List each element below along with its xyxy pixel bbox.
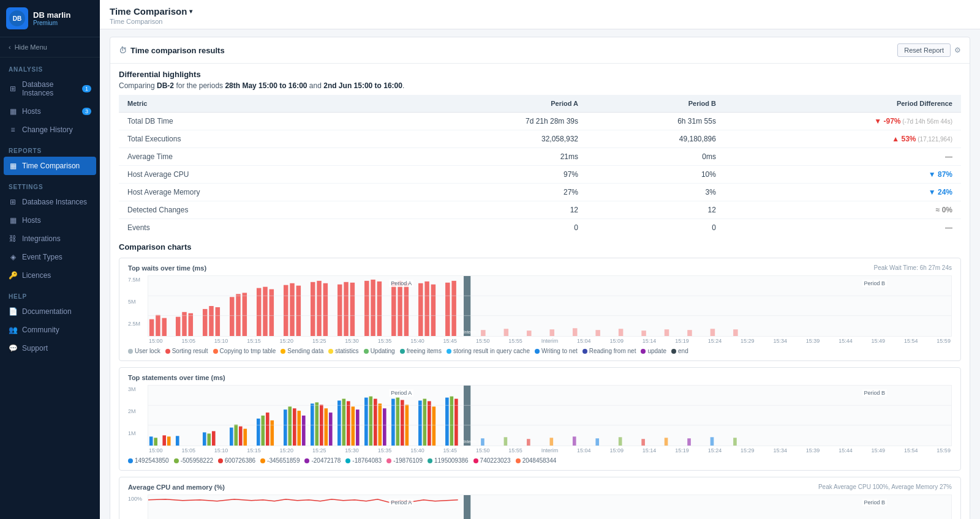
sidebar-item-documentation[interactable]: 📄 Documentation (0, 302, 100, 321)
period-b-value: 10% (587, 166, 725, 184)
svg-rect-55 (162, 435, 166, 446)
svg-rect-54 (154, 438, 157, 446)
svg-rect-47 (665, 329, 669, 336)
svg-rect-81 (347, 401, 350, 446)
svg-rect-67 (266, 413, 270, 446)
help-section-label: HELP (0, 285, 100, 302)
svg-rect-94 (423, 399, 427, 446)
page-breadcrumb: Time Comparison (110, 18, 970, 25)
svg-rect-72 (297, 411, 301, 446)
sidebar-item-change-history[interactable]: ≡ Change History (0, 121, 100, 139)
svg-rect-39 (481, 330, 485, 336)
svg-rect-56 (167, 436, 171, 446)
sidebar-item-label: Licences (22, 271, 51, 280)
statements-legend: 1492543850-505958222600726386-345651859-… (128, 457, 952, 464)
sidebar-item-licences[interactable]: 🔑 Licences (0, 266, 100, 285)
sidebar-item-community[interactable]: 👥 Community (0, 321, 100, 339)
svg-rect-26 (364, 281, 369, 336)
period-b-value: 49,180,896 (587, 130, 725, 148)
logo-sub: Premium (33, 20, 70, 26)
svg-rect-93 (418, 401, 422, 446)
statements-chart-container: Top statements over time (ms) 3M2M1M Per… (119, 367, 961, 471)
svg-rect-23 (337, 285, 342, 336)
charts-section: Comparison charts Top waits over time (m… (110, 236, 970, 519)
svg-rect-90 (396, 398, 400, 446)
period-b-value: 0 (587, 219, 725, 237)
sidebar-item-support[interactable]: 💬 Support (0, 339, 100, 357)
legend-item: Copying to tmp table (213, 348, 276, 354)
legend-item: -18764083 (345, 457, 382, 464)
svg-rect-34 (431, 285, 435, 336)
svg-rect-73 (302, 416, 306, 446)
waits-y-labels: 7.5M5M2.5M (128, 275, 140, 344)
svg-rect-9 (209, 306, 213, 336)
results-panel-title: Time comparison results (130, 46, 225, 55)
period-a-label: Period A (389, 280, 413, 287)
svg-rect-107 (595, 438, 599, 446)
hide-menu-button[interactable]: ‹ Hide Menu (0, 37, 100, 58)
svg-rect-95 (428, 401, 431, 446)
svg-rect-44 (595, 330, 600, 336)
period-diff-value: ▼ -97% (-7d 14h 56m 44s) (725, 113, 961, 130)
hosts-badge: 3 (82, 108, 91, 115)
period-a-value: 12 (413, 201, 587, 219)
period-b-label: Period B (862, 280, 888, 287)
support-icon: 💬 (9, 344, 17, 353)
svg-rect-31 (404, 283, 409, 336)
database-icon: ⊞ (9, 84, 17, 93)
statements-y-labels: 3M2M1M (128, 385, 136, 454)
svg-rect-89 (391, 399, 395, 446)
waits-chart-container: Top waits over time (ms) Peak Wait Time:… (119, 258, 961, 361)
svg-rect-32 (418, 283, 423, 336)
page-content: ⏱ Time comparison results Reset Report ⚙… (100, 29, 980, 519)
sidebar-item-db-instances-settings[interactable]: ⊞ Database Instances (0, 193, 100, 211)
svg-rect-10 (216, 307, 220, 336)
svg-rect-42 (550, 329, 554, 336)
logo-text: DB marlin (33, 10, 70, 20)
legend-item: storing result in query cache (447, 348, 530, 354)
sidebar-item-integrations[interactable]: ⛓ Integrations (0, 230, 100, 248)
metric-name: Average Time (119, 148, 413, 166)
svg-rect-27 (371, 280, 375, 336)
legend-item: -505958222 (174, 457, 213, 464)
sidebar-item-label: Hosts (22, 107, 41, 116)
svg-rect-43 (573, 328, 577, 336)
svg-rect-66 (261, 416, 265, 446)
legend-item: -19876109 (386, 457, 423, 464)
svg-rect-77 (324, 408, 328, 446)
svg-rect-58 (203, 432, 206, 446)
sidebar-item-event-types[interactable]: ◈ Event Types (0, 248, 100, 266)
sidebar-item-database-instances[interactable]: ⊞ Database Instances 1 (0, 75, 100, 102)
legend-item: end (671, 348, 688, 354)
sidebar-item-hosts-settings[interactable]: ▦ Hosts (0, 211, 100, 230)
legend-item: 1195009386 (428, 457, 469, 464)
svg-rect-22 (323, 283, 328, 336)
period-diff-value: ▼ 24% (725, 184, 961, 201)
legend-item: 740223023 (473, 457, 511, 464)
results-panel-header: ⏱ Time comparison results Reset Report ⚙ (110, 37, 970, 64)
dropdown-arrow-icon[interactable]: ▾ (189, 8, 192, 15)
page-title: Time Comparison ▾ (110, 6, 970, 17)
sidebar-item-time-comparison[interactable]: ▦ Time Comparison (4, 157, 96, 175)
svg-rect-98 (450, 397, 454, 446)
table-row: Average Time 21ms 0ms — (119, 148, 961, 166)
reset-report-button[interactable]: Reset Report (897, 43, 951, 57)
settings-icon[interactable]: ⚙ (954, 46, 961, 54)
reports-section-label: REPORTS (0, 139, 100, 157)
sidebar-item-hosts-analysis[interactable]: ▦ Hosts 3 (0, 102, 100, 121)
svg-rect-87 (379, 403, 382, 446)
svg-rect-21 (317, 281, 321, 336)
svg-rect-19 (296, 286, 301, 336)
results-panel: ⏱ Time comparison results Reset Report ⚙… (110, 37, 970, 519)
legend-item: Updating (364, 348, 395, 354)
sidebar-item-label: Documentation (22, 307, 72, 316)
legend-item: Writing to net (535, 348, 578, 354)
period-a-value: 27% (413, 184, 587, 201)
results-panel-title-area: ⏱ Time comparison results (119, 46, 225, 55)
svg-rect-37 (464, 276, 470, 336)
period-b-value: 3% (587, 184, 725, 201)
svg-rect-100 (464, 386, 470, 446)
svg-rect-50 (733, 329, 737, 336)
col-metric: Metric (119, 95, 413, 113)
svg-text:Interim: Interim (464, 439, 476, 444)
